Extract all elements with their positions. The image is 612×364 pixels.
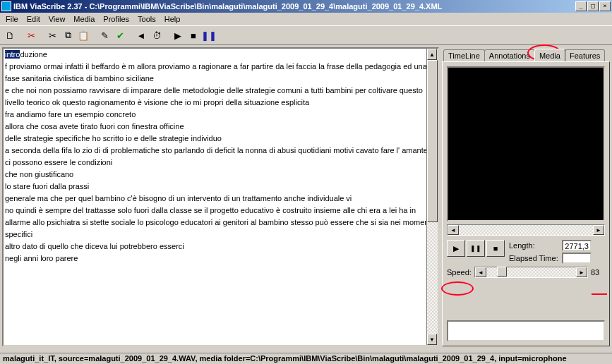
stop-icon: ■	[493, 244, 498, 253]
timer-icon[interactable]: ⏱	[150, 28, 164, 42]
length-label: Length:	[509, 241, 560, 250]
speed-slider[interactable]: ◄ ►	[474, 267, 588, 278]
right-pane: TimeLine Annotations Media Features ◄ ► …	[442, 47, 610, 346]
close-button[interactable]: ×	[599, 1, 611, 11]
speed-track[interactable]	[486, 267, 576, 277]
scroll-track[interactable]	[427, 60, 438, 334]
tab-annotations[interactable]: Annotations	[484, 49, 535, 61]
prev-icon[interactable]: ◄	[134, 28, 148, 42]
tab-media[interactable]: Media	[534, 49, 565, 61]
elapsed-label: Elapsed Time:	[509, 254, 560, 262]
stop-button[interactable]: ■	[486, 240, 505, 257]
paste-icon[interactable]: 📋	[76, 28, 90, 42]
menu-tools[interactable]: Tools	[133, 14, 160, 24]
cut-red-icon[interactable]: ✂	[24, 28, 38, 42]
media-notes-input[interactable]	[447, 320, 605, 341]
menu-edit[interactable]: Edit	[23, 14, 44, 24]
window-title: IBM ViaScribe 2.37 - C:\Programmi\IBM\Vi…	[13, 2, 575, 11]
hscroll-track[interactable]	[459, 225, 593, 235]
elapsed-value	[562, 253, 592, 264]
length-value: 2771,3	[562, 240, 592, 251]
video-h-scrollbar[interactable]: ◄ ►	[447, 224, 605, 236]
tab-timeline[interactable]: TimeLine	[443, 49, 485, 61]
highlighted-word[interactable]: intro	[5, 50, 20, 59]
menubar: File Edit View Media Profiles Tools Help	[0, 13, 612, 25]
media-panel: ◄ ► ▶ ❚❚ ■ Length: 2771,3 Elapsed Time:	[442, 61, 610, 346]
hscroll-left-icon[interactable]: ◄	[448, 225, 459, 235]
menu-profiles[interactable]: Profiles	[99, 14, 133, 24]
transcript-scrollbar[interactable]: ▲ ▼	[426, 49, 438, 345]
stop-tool-icon[interactable]: ■	[186, 28, 200, 42]
speed-label: Speed:	[447, 268, 472, 277]
pause-icon: ❚❚	[470, 245, 481, 252]
scroll-up-icon[interactable]: ▲	[427, 49, 437, 60]
hscroll-right-icon[interactable]: ►	[593, 225, 604, 235]
status-bar: malaguti_it_IT, source=malaguti_2009_01_…	[0, 353, 612, 364]
speed-thumb[interactable]	[497, 267, 507, 277]
new-doc-icon[interactable]: 🗋	[3, 28, 17, 42]
pause-tool-icon[interactable]: ❚❚	[202, 28, 216, 42]
transcript-body: f proviamo ormai infatti il beffardo è m…	[5, 62, 435, 262]
play-button[interactable]: ▶	[447, 240, 465, 257]
window-buttons: _ □ ×	[575, 1, 611, 11]
minimize-button[interactable]: _	[575, 1, 587, 11]
tab-features[interactable]: Features	[565, 49, 605, 61]
copy-icon[interactable]: ⧉	[61, 28, 75, 42]
video-area[interactable]	[447, 66, 605, 222]
edit-icon[interactable]: ✎	[97, 28, 112, 42]
check-icon[interactable]: ✔	[113, 28, 127, 42]
main-area: introduzione f proviamo ormai infatti il…	[0, 45, 612, 348]
transcript-pane[interactable]: introduzione f proviamo ormai infatti il…	[2, 47, 439, 346]
scroll-thumb[interactable]	[427, 60, 438, 222]
play-tool-icon[interactable]: ▶	[171, 28, 185, 42]
speed-inc-icon[interactable]: ►	[576, 267, 587, 277]
scroll-down-icon[interactable]: ▼	[427, 334, 437, 345]
pause-button[interactable]: ❚❚	[467, 240, 485, 257]
tab-bar: TimeLine Annotations Media Features	[442, 47, 610, 61]
menu-help[interactable]: Help	[160, 14, 185, 24]
speed-dec-icon[interactable]: ◄	[475, 267, 486, 277]
menu-media[interactable]: Media	[69, 14, 99, 24]
transcript-text[interactable]: introduzione f proviamo ormai infatti il…	[5, 49, 436, 265]
play-icon: ▶	[453, 244, 459, 253]
menu-view[interactable]: View	[44, 14, 70, 24]
speed-value: 83	[591, 268, 605, 277]
maximize-button[interactable]: □	[587, 1, 599, 11]
app-icon	[1, 1, 11, 11]
toolbar: 🗋 ✂ ✂ ⧉ 📋 ✎ ✔ ◄ ⏱ ▶ ■ ❚❚	[0, 25, 612, 45]
first-line-rest: duzione	[20, 50, 47, 59]
titlebar: IBM ViaScribe 2.37 - C:\Programmi\IBM\Vi…	[0, 0, 612, 13]
menu-file[interactable]: File	[1, 14, 23, 24]
cut-icon[interactable]: ✂	[45, 28, 59, 42]
